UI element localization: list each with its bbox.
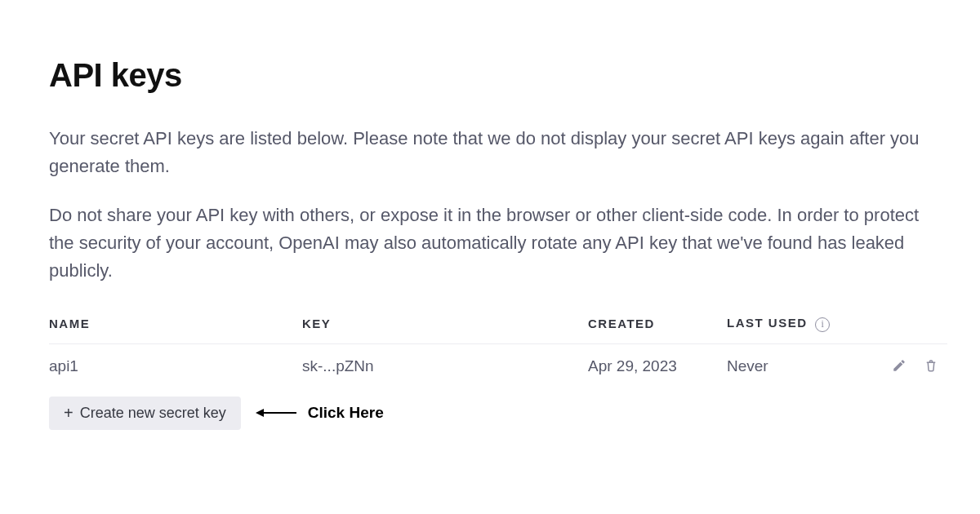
- create-secret-key-button[interactable]: + Create new secret key: [49, 397, 241, 430]
- cell-key: sk-...pZNn: [302, 343, 588, 388]
- col-header-lastused: LAST USED i: [727, 306, 866, 343]
- col-header-key: KEY: [302, 306, 588, 343]
- info-icon[interactable]: i: [815, 317, 830, 332]
- api-keys-table: NAME KEY CREATED LAST USED i api1 sk-...…: [49, 306, 947, 388]
- delete-icon[interactable]: [921, 356, 941, 375]
- col-header-name: NAME: [49, 306, 302, 343]
- edit-icon[interactable]: [889, 356, 909, 375]
- cell-lastused: Never: [727, 343, 866, 388]
- annotation-text: Click Here: [308, 404, 384, 422]
- page-title: API keys: [49, 57, 931, 94]
- table-row: api1 sk-...pZNn Apr 29, 2023 Never: [49, 343, 947, 388]
- cell-name: api1: [49, 343, 302, 388]
- col-header-lastused-label: LAST USED: [727, 316, 808, 330]
- annotation-click-here: Click Here: [256, 404, 384, 422]
- description-2: Do not share your API key with others, o…: [49, 202, 923, 285]
- plus-icon: +: [64, 405, 74, 421]
- create-key-label: Create new secret key: [80, 405, 226, 422]
- arrow-left-icon: [256, 408, 296, 418]
- description-1: Your secret API keys are listed below. P…: [49, 125, 923, 180]
- col-header-created: CREATED: [588, 306, 727, 343]
- cell-created: Apr 29, 2023: [588, 343, 727, 388]
- svg-marker-1: [256, 409, 264, 417]
